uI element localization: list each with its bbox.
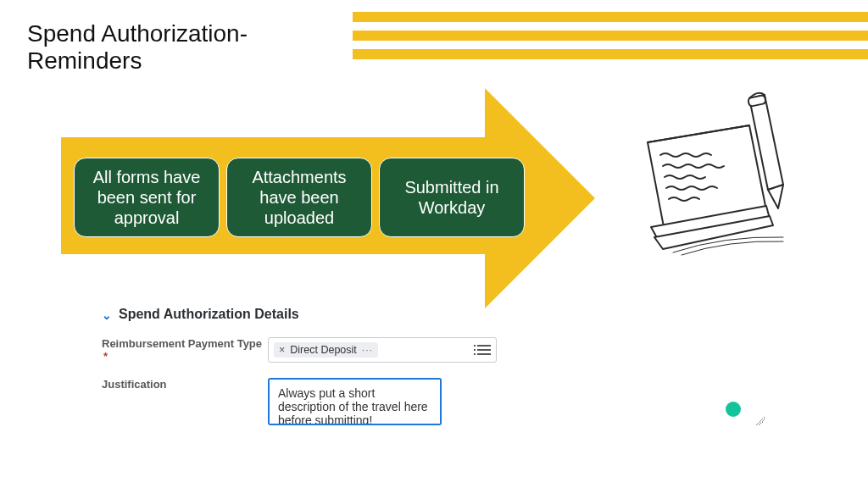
decorative-stripe [353,49,868,59]
section-title: Spend Authorization Details [119,307,299,322]
step-label: Submitted in Workday [387,177,517,218]
step-row: All forms have been sent for approval At… [74,158,525,237]
step-label: All forms have been sent for approval [81,167,212,228]
payment-type-chip[interactable]: × Direct Deposit ··· [274,342,378,358]
slide-title-text: Spend Authorization- Reminders [27,20,248,74]
header-stripes [353,12,868,59]
spend-authorization-details-panel: ⌄ Spend Authorization Details Reimbursem… [102,307,771,444]
justification-input[interactable] [268,378,442,425]
section-header[interactable]: ⌄ Spend Authorization Details [102,307,771,322]
justification-row: Justification [102,378,771,429]
decorative-stripe [353,12,868,22]
step-card: Attachments have been uploaded [226,158,372,237]
chip-more-icon[interactable]: ··· [362,344,373,356]
grammarly-icon [726,402,741,417]
justification-wrapper [268,378,771,429]
justification-label: Justification [102,378,268,391]
remove-chip-icon[interactable]: × [279,344,285,356]
label-text: Reimbursement Payment Type [102,337,262,350]
required-asterisk: * [103,350,108,363]
chip-label: Direct Deposit [290,344,357,356]
label-text: Justification [102,378,167,391]
process-arrow: All forms have been sent for approval At… [61,88,598,308]
slide-title: Spend Authorization- Reminders [27,20,248,75]
resize-handle-icon[interactable] [756,417,765,425]
list-picker-icon[interactable] [477,345,491,355]
step-label: Attachments have been uploaded [234,167,364,228]
decorative-stripe [353,30,868,41]
notepad-illustration [622,92,800,261]
payment-type-field[interactable]: × Direct Deposit ··· [268,337,497,363]
chevron-down-icon: ⌄ [102,308,112,322]
step-card: All forms have been sent for approval [74,158,220,237]
payment-type-row: Reimbursement Payment Type * × Direct De… [102,337,771,363]
step-card: Submitted in Workday [379,158,525,237]
payment-type-label: Reimbursement Payment Type * [102,337,268,363]
